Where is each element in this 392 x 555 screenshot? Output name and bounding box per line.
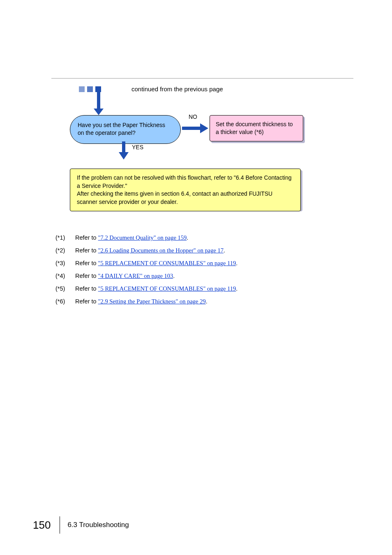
final-line2: After checking the items given in sectio… xyxy=(77,190,294,206)
ref-link[interactable]: "2.9 Setting the Paper Thickness" on pag… xyxy=(98,298,206,305)
ref-key: (*6) xyxy=(55,298,75,305)
arrow-down-icon xyxy=(119,141,129,161)
ref-prefix: Refer to xyxy=(75,247,98,254)
ref-key: (*4) xyxy=(55,273,75,279)
final-line1: If the problem can not be resolved with … xyxy=(77,174,294,190)
ref-key: (*3) xyxy=(55,260,75,266)
svg-marker-2 xyxy=(119,141,129,160)
ref-key: (*5) xyxy=(55,285,75,292)
ref-text: Refer to "7.2 Document Quality" on page … xyxy=(75,234,188,241)
final-box: If the problem can not be resolved with … xyxy=(70,169,301,211)
no-label: NO xyxy=(189,113,197,120)
ref-text: Refer to "2.9 Setting the Paper Thicknes… xyxy=(75,298,208,305)
ref-link[interactable]: "5 REPLACEMENT OF CONSUMABLES" on page 1… xyxy=(98,285,236,292)
ref-suffix: . xyxy=(187,234,188,241)
continuation-row: continued from the previous page xyxy=(70,86,325,103)
ref-text: Refer to "5 REPLACEMENT OF CONSUMABLES" … xyxy=(75,285,238,292)
ref-text: Refer to "2.6 Loading Documents on the H… xyxy=(75,247,225,254)
ref-link[interactable]: "2.6 Loading Documents on the Hopper" on… xyxy=(98,247,224,254)
ref-row: (*5) Refer to "5 REPLACEMENT OF CONSUMAB… xyxy=(55,285,343,292)
ref-row: (*1) Refer to "7.2 Document Quality" on … xyxy=(55,234,343,241)
references-list: (*1) Refer to "7.2 Document Quality" on … xyxy=(55,234,343,311)
ref-prefix: Refer to xyxy=(75,273,98,279)
decision-text: Have you set the Paper Thickness on the … xyxy=(78,122,165,136)
yes-label: YES xyxy=(132,144,143,150)
ref-row: (*4) Refer to "4 DAILY CARE" on page 103… xyxy=(55,273,343,280)
ref-text: Refer to "4 DAILY CARE" on page 103. xyxy=(75,273,175,280)
ref-text: Refer to "5 REPLACEMENT OF CONSUMABLES" … xyxy=(75,260,238,267)
ref-prefix: Refer to xyxy=(75,234,98,241)
ref-suffix: . xyxy=(236,260,238,266)
continuation-indicator-icon xyxy=(79,86,101,92)
ref-suffix: . xyxy=(206,298,208,305)
ref-key: (*2) xyxy=(55,247,75,254)
ref-prefix: Refer to xyxy=(75,260,98,266)
header-divider xyxy=(51,78,353,79)
final-box-wrap: If the problem can not be resolved with … xyxy=(70,169,325,211)
page: continued from the previous page Have yo… xyxy=(0,0,392,555)
ref-link[interactable]: "5 REPLACEMENT OF CONSUMABLES" on page 1… xyxy=(98,260,236,266)
ref-key: (*1) xyxy=(55,234,75,241)
action-text: Set the document thickness to a thicker … xyxy=(216,121,293,135)
decision-box: Have you set the Paper Thickness on the … xyxy=(70,115,181,144)
flowchart: continued from the previous page Have yo… xyxy=(70,86,325,211)
ref-suffix: . xyxy=(236,285,238,292)
arrow-right-icon xyxy=(182,123,208,135)
svg-marker-1 xyxy=(182,123,208,133)
ref-row: (*6) Refer to "2.9 Setting the Paper Thi… xyxy=(55,298,343,305)
ref-suffix: . xyxy=(224,247,225,254)
action-box-wrap: Set the document thickness to a thicker … xyxy=(210,115,303,141)
continuation-label: continued from the previous page xyxy=(131,86,223,92)
page-number: 150 xyxy=(33,519,51,532)
ref-row: (*2) Refer to "2.6 Loading Documents on … xyxy=(55,247,343,254)
section-label: 6.3 Troubleshooting xyxy=(67,521,129,529)
flow-row: Have you set the Paper Thickness on the … xyxy=(70,115,325,160)
page-footer: 150 6.3 Troubleshooting xyxy=(33,516,129,534)
ref-prefix: Refer to xyxy=(75,285,98,292)
ref-link[interactable]: "4 DAILY CARE" on page 103 xyxy=(98,273,173,279)
ref-row: (*3) Refer to "5 REPLACEMENT OF CONSUMAB… xyxy=(55,260,343,267)
action-box: Set the document thickness to a thicker … xyxy=(210,115,303,141)
ref-prefix: Refer to xyxy=(75,298,98,305)
ref-link[interactable]: "7.2 Document Quality" on page 159 xyxy=(98,234,187,241)
footer-divider xyxy=(60,516,60,534)
svg-marker-0 xyxy=(94,92,104,115)
ref-suffix: . xyxy=(173,273,175,279)
